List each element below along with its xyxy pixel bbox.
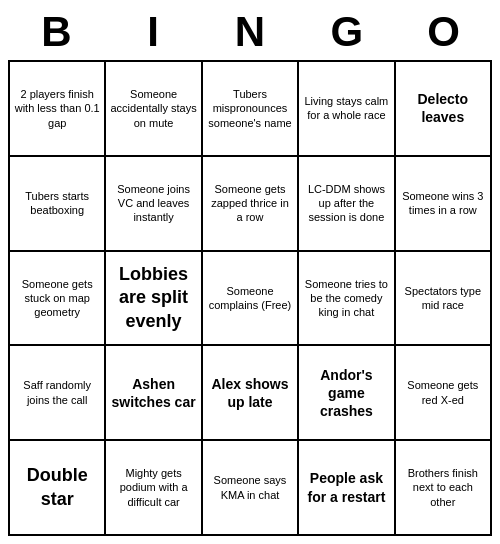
bingo-cell-6[interactable]: Someone joins VC and leaves instantly — [106, 157, 202, 252]
bingo-cell-0[interactable]: 2 players finish with less than 0.1 gap — [10, 62, 106, 157]
bingo-cell-1[interactable]: Someone accidentally stays on mute — [106, 62, 202, 157]
bingo-cell-16[interactable]: Ashen switches car — [106, 346, 202, 441]
bingo-cell-4[interactable]: Delecto leaves — [396, 62, 492, 157]
header-letter-b: B — [12, 8, 100, 56]
bingo-cell-23[interactable]: People ask for a restart — [299, 441, 395, 536]
bingo-grid: 2 players finish with less than 0.1 gapS… — [8, 60, 492, 536]
bingo-cell-2[interactable]: Tubers mispronounces someone's name — [203, 62, 299, 157]
bingo-cell-8[interactable]: LC-DDM shows up after the session is don… — [299, 157, 395, 252]
bingo-cell-15[interactable]: Saff randomly joins the call — [10, 346, 106, 441]
bingo-cell-20[interactable]: Double star — [10, 441, 106, 536]
bingo-cell-21[interactable]: Mighty gets podium with a difficult car — [106, 441, 202, 536]
bingo-cell-9[interactable]: Someone wins 3 times in a row — [396, 157, 492, 252]
bingo-header: BINGO — [8, 8, 492, 56]
bingo-cell-22[interactable]: Someone says KMA in chat — [203, 441, 299, 536]
header-letter-o: O — [400, 8, 488, 56]
bingo-cell-12[interactable]: Someone complains (Free) — [203, 252, 299, 347]
bingo-cell-17[interactable]: Alex shows up late — [203, 346, 299, 441]
bingo-cell-19[interactable]: Someone gets red X-ed — [396, 346, 492, 441]
bingo-cell-18[interactable]: Andor's game crashes — [299, 346, 395, 441]
bingo-cell-7[interactable]: Someone gets zapped thrice in a row — [203, 157, 299, 252]
bingo-cell-11[interactable]: Lobbies are split evenly — [106, 252, 202, 347]
bingo-cell-13[interactable]: Someone tries to be the comedy king in c… — [299, 252, 395, 347]
bingo-cell-3[interactable]: Living stays calm for a whole race — [299, 62, 395, 157]
bingo-cell-24[interactable]: Brothers finish next to each other — [396, 441, 492, 536]
bingo-cell-10[interactable]: Someone gets stuck on map geometry — [10, 252, 106, 347]
header-letter-g: G — [303, 8, 391, 56]
bingo-cell-5[interactable]: Tubers starts beatboxing — [10, 157, 106, 252]
header-letter-n: N — [206, 8, 294, 56]
bingo-cell-14[interactable]: Spectators type mid race — [396, 252, 492, 347]
header-letter-i: I — [109, 8, 197, 56]
